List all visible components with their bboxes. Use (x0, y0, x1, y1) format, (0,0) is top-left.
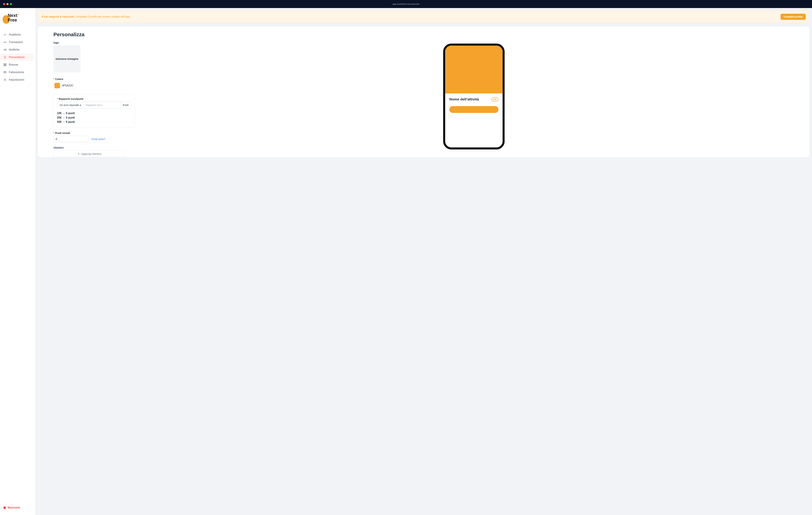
banner-text: Il tuo negozio è nascosto, completa il p… (42, 15, 130, 18)
complete-profile-button[interactable]: Completa profilo (781, 14, 806, 20)
nav-settings[interactable]: Impostazioni (0, 76, 35, 83)
logo-label: logo (54, 41, 135, 44)
analytics-icon (3, 33, 6, 36)
traffic-lights (3, 3, 12, 5)
objectives-label: Obiettivi (54, 146, 135, 149)
maximize-window-icon[interactable] (10, 3, 12, 5)
color-hex: #F5A22C (62, 84, 74, 87)
nav-customize[interactable]: Personalizza (0, 54, 34, 61)
store-status: Nascosto (0, 504, 35, 512)
example-row: 25€ → 0 punti (57, 115, 131, 120)
nav-label: Impostazioni (9, 78, 24, 81)
ratio-suffix: Punti (120, 102, 131, 108)
nav-label: Notifiche (9, 48, 20, 51)
gear-icon (3, 78, 6, 81)
transactions-icon (3, 41, 6, 44)
sidebar: Nextis Free Analitiche Transazioni Notif… (0, 8, 35, 515)
svg-rect-1 (4, 63, 5, 64)
nav-label: Fatturazione (9, 71, 24, 74)
logo-line2: Free (8, 18, 17, 23)
example-row: 50€ → 0 punti (57, 120, 131, 124)
nav: Analitiche Transazioni Notifiche Persona… (0, 31, 35, 504)
svg-rect-2 (5, 63, 6, 64)
color-picker[interactable]: #F5A22C (54, 82, 76, 89)
add-objective-button[interactable]: Aggiungi obiettivo (54, 150, 125, 157)
preview-business-name: Nome dell'attività (449, 97, 479, 101)
address-bar: app.nextisfree.io/customize (393, 3, 419, 5)
ratio-input-group: Un euro equivale a Punti (57, 102, 131, 108)
form: Personalizza logo Seleziona immagine Col… (38, 32, 135, 157)
logo-sup: is (18, 13, 19, 16)
nav-notifications[interactable]: Notifiche (0, 46, 35, 53)
ratio-section: Rapporto euro/punti Un euro equivale a P… (54, 94, 135, 127)
customize-card: Personalizza logo Seleziona immagine Col… (38, 27, 810, 157)
color-swatch (55, 83, 60, 88)
color-label: Colore (54, 78, 135, 81)
phone-hero (445, 46, 502, 93)
svg-point-6 (5, 80, 5, 80)
status-text: Nascosto (8, 506, 20, 509)
nav-label: Analitiche (9, 33, 21, 36)
nav-label: Risorse (9, 63, 18, 66)
logo-line1: Next (8, 13, 17, 18)
logo-upload[interactable]: Seleziona immagine (54, 46, 81, 73)
main: Il tuo negozio è nascosto, completa il p… (35, 8, 812, 515)
nav-billing[interactable]: Fatturazione (0, 69, 35, 76)
nav-label: Transazioni (9, 41, 23, 44)
grid-icon (3, 63, 6, 66)
card-icon (3, 71, 6, 74)
phone-preview: Nome dell'attività 0/0 (138, 32, 810, 157)
svg-rect-4 (5, 65, 6, 66)
ratio-examples: 10€ → 0 punti 25€ → 0 punti 50€ → 0 punt… (57, 111, 131, 124)
initial-points-help[interactable]: Cosa sono? (91, 138, 105, 140)
phone-frame: Nome dell'attività 0/0 (443, 44, 504, 149)
page-title: Personalizza (54, 32, 135, 37)
initial-points-input[interactable] (54, 136, 88, 142)
ratio-input[interactable] (84, 102, 120, 108)
add-objective-label: Aggiungi obiettivo (81, 152, 102, 155)
svg-rect-3 (4, 65, 5, 66)
nav-transactions[interactable]: Transazioni (0, 38, 35, 46)
phone-icon (3, 56, 6, 59)
svg-rect-0 (4, 56, 6, 58)
brand-logo: Nextis Free (0, 11, 35, 31)
alert-banner: Il tuo negozio è nascosto, completa il p… (38, 10, 810, 23)
titlebar: app.nextisfree.io/customize (0, 0, 812, 8)
ratio-label: Rapporto euro/punti (57, 97, 131, 100)
initial-points-label: Punti iniziali (54, 132, 135, 135)
svg-rect-5 (4, 71, 6, 73)
preview-progress-bar (449, 106, 498, 113)
ratio-prefix: Un euro equivale a (57, 102, 84, 108)
status-dot-icon (3, 507, 6, 509)
megaphone-icon (3, 48, 6, 51)
example-row: 10€ → 0 punti (57, 111, 131, 115)
preview-points-badge: 0/0 (491, 97, 498, 101)
close-window-icon[interactable] (3, 3, 5, 5)
nav-resources[interactable]: Risorse (0, 61, 35, 68)
banner-bold: Il tuo negozio è nascosto (42, 15, 74, 18)
logo-upload-text: Seleziona immagine (56, 58, 78, 60)
nav-analytics[interactable]: Analitiche (0, 31, 35, 38)
nav-label: Personalizza (9, 56, 25, 59)
banner-rest: , completa il profilo per essere visibil… (74, 15, 130, 18)
minimize-window-icon[interactable] (6, 3, 8, 5)
plus-icon (77, 152, 80, 155)
